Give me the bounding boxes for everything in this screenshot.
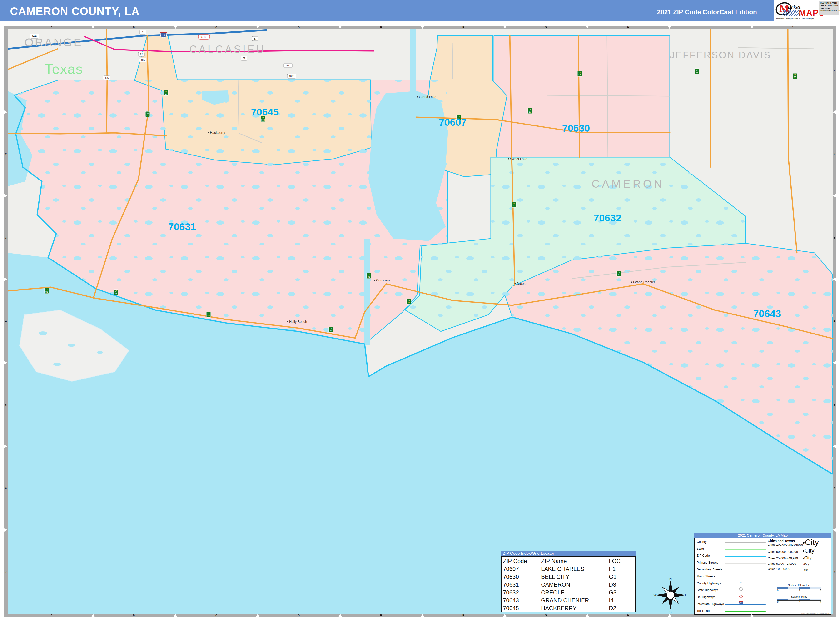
- header-bar: CAMERON COUNTY, LA 2021 ZIP Code ColorCa…: [0, 0, 774, 21]
- grid-letter-bottom: F: [462, 614, 464, 617]
- zip-name-cell: BELL CITY: [541, 573, 609, 581]
- svg-text:87: 87: [242, 57, 245, 60]
- grid-notch: [174, 26, 177, 29]
- city-dot: [515, 283, 516, 284]
- grid-letter-top: A: [51, 26, 52, 29]
- legend: 2021 Cameron County, LA Map CountyStateZ…: [694, 533, 831, 615]
- la-route-badge: LA27: [528, 108, 532, 114]
- svg-text:2177: 2177: [285, 64, 291, 67]
- route-badge: 406: [103, 76, 110, 80]
- grid-notch: [4, 111, 7, 114]
- la-route-badge: LA27: [512, 202, 516, 207]
- route-badge: 87: [252, 36, 258, 41]
- grid-notch: [421, 26, 424, 29]
- legend-line-sample: [725, 604, 766, 605]
- grid-notch: [338, 26, 342, 29]
- table-row: 70607LAKE CHARLESF1: [503, 565, 634, 573]
- zip-table-body: ZIP CodeZIP NameLOC70607LAKE CHARLESF170…: [501, 556, 636, 612]
- page-title: CAMERON COUNTY, LA: [10, 5, 139, 18]
- svg-text:27: 27: [529, 111, 531, 113]
- svg-text:406: 406: [105, 77, 109, 79]
- city-dot-icon: [803, 550, 804, 552]
- grid-notch: [174, 614, 177, 617]
- la-route-badge: LA82: [114, 290, 118, 295]
- route-badge: 105: [139, 58, 146, 62]
- zip-loc-cell: F1: [609, 565, 630, 573]
- zip-code-label: 70631: [168, 221, 196, 232]
- legend-line-sample: [725, 542, 766, 543]
- zip-code-label: 70630: [562, 123, 590, 134]
- map-poster: CAMERON COUNTY, LA 2021 ZIP Code ColorCa…: [0, 0, 840, 619]
- contact-line: EMAIL US AT:: [819, 7, 839, 9]
- legend-line-sample: [725, 570, 766, 570]
- city-dot: [631, 282, 632, 283]
- logo-mark-icon: M arket MAPS: [776, 1, 816, 16]
- ship-channel: [364, 239, 370, 345]
- scale-title: Scale in Kilometers: [777, 584, 821, 587]
- grid-notch: [4, 194, 7, 197]
- zip-code-label: 70643: [753, 308, 781, 319]
- route-badge: 2177: [284, 63, 292, 67]
- zip-code-cell: 70632: [503, 589, 541, 597]
- scale-segment: [799, 599, 810, 600]
- svg-text:27: 27: [408, 301, 410, 304]
- grid-letter-top: J: [792, 26, 793, 29]
- marketmaps-logo: M arket MAPS America's Leading Source of…: [775, 0, 840, 24]
- grid-number-left: 1: [5, 69, 7, 72]
- zip-name-cell: GRAND CHENIER: [541, 597, 609, 604]
- grid-notch: [4, 445, 7, 448]
- grid-number-left: 7: [5, 570, 7, 574]
- legend-item-label: State Highways: [697, 588, 718, 592]
- legend-road-row: Minor Streets: [697, 574, 768, 579]
- county-label: Texas: [45, 61, 83, 77]
- legend-road-row: Toll Roads: [697, 609, 768, 613]
- zip-loc-cell: I4: [609, 597, 630, 604]
- grid-notch: [4, 528, 7, 532]
- legend-city-size-label: Cities 5,000 - 24,999: [768, 562, 830, 565]
- legend-road-row: Primary Streets: [697, 561, 768, 565]
- grid-notch: [833, 528, 836, 532]
- calcasieu-lake: [368, 91, 448, 241]
- svg-text:LA: LA: [513, 203, 515, 204]
- la-route-badge: LA82: [366, 273, 371, 278]
- zip-table-title: ZIP Code Index/Grid Locator: [501, 551, 636, 556]
- svg-text:82: 82: [368, 276, 370, 278]
- zip-table-column-header: ZIP Name: [541, 557, 609, 565]
- grid-letter-top: D: [298, 26, 300, 29]
- legend-city-sample: City: [803, 538, 819, 547]
- scale-ticks: 024: [777, 601, 821, 603]
- svg-text:62: 62: [140, 53, 143, 56]
- grid-notch: [668, 614, 671, 617]
- contact-line: 1-888-434-MAPS (6277): [819, 4, 839, 6]
- grid-notch: [4, 278, 7, 281]
- grid-notch: [833, 278, 836, 281]
- grid-notch: [256, 26, 259, 29]
- table-row: 70631CAMEROND3: [503, 581, 634, 589]
- legend-line-sample: [725, 598, 766, 598]
- svg-text:99: 99: [696, 71, 698, 73]
- svg-text:27: 27: [330, 329, 332, 332]
- zip-code-label: 70607: [439, 117, 467, 128]
- legend-line-sample: [725, 556, 766, 557]
- grid-notch: [833, 111, 836, 114]
- copyright-fine-print: 2021 © Intelligent Direct, Inc. Middleto…: [801, 613, 829, 614]
- city-label: Holly Beach: [289, 320, 307, 323]
- us-route-badge: 90-BR: [198, 34, 210, 39]
- zip-loc-cell: D2: [609, 604, 630, 612]
- svg-text:82: 82: [45, 291, 48, 293]
- city-dot: [287, 321, 288, 322]
- table-row: 70632CREOLEG3: [503, 589, 634, 597]
- legend-city-sample: City: [803, 555, 812, 561]
- grid-number-right: 3: [834, 236, 835, 239]
- grid-letter-bottom: D: [298, 614, 300, 617]
- svg-text:105: 105: [141, 59, 145, 61]
- city-label: Cameron: [376, 278, 390, 282]
- grid-letter-top: G: [545, 26, 547, 29]
- grid-notch: [586, 614, 589, 617]
- scale-segment: [810, 599, 821, 600]
- grid-letter-bottom: A: [51, 614, 52, 617]
- grid-number-left: 5: [5, 403, 7, 407]
- grid-letter-bottom: H: [627, 614, 629, 617]
- contact-box: CALL US TOLL FREE!1-888-434-MAPS (6277)E…: [819, 1, 839, 15]
- county-label: CALCASIEU: [189, 43, 266, 55]
